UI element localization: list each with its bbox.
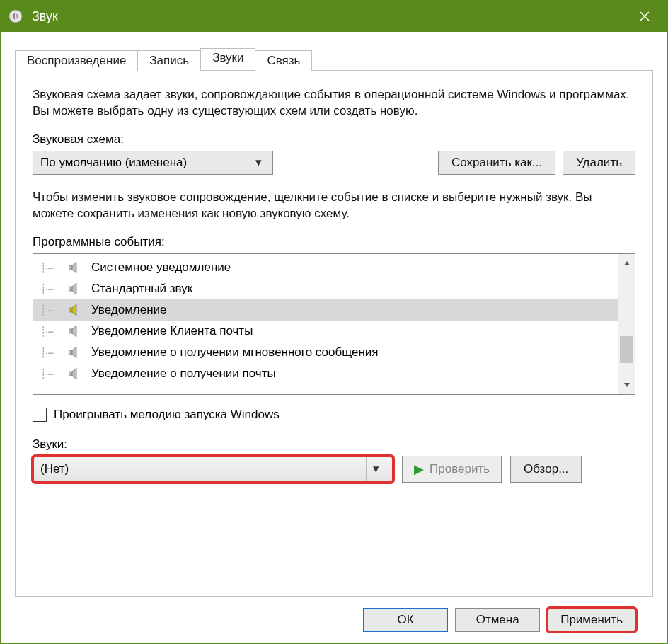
tree-branch-icon: ┊···· <box>40 304 67 316</box>
dialog-footer: ОК Отмена Применить <box>15 597 653 643</box>
scroll-thumb[interactable] <box>620 336 633 363</box>
tree-branch-icon: ┊···· <box>40 262 67 273</box>
dialog-body: Воспроизведение Запись Звуки Связь Звуко… <box>1 32 667 643</box>
chevron-down-icon: ▾ <box>251 155 265 170</box>
scheme-label: Звуковая схема: <box>33 132 635 146</box>
tab-recording[interactable]: Запись <box>137 50 201 71</box>
event-label: Уведомление о получении почты <box>91 367 276 381</box>
tree-branch-icon: ┊···· <box>40 347 67 358</box>
tab-sounds[interactable]: Звуки <box>200 48 255 70</box>
sound-icon <box>6 7 25 25</box>
event-label: Уведомление <box>91 303 167 317</box>
scheme-dropdown[interactable]: По умолчанию (изменена) ▾ <box>33 151 273 175</box>
play-startup-checkbox[interactable] <box>33 408 47 422</box>
play-icon: ▶ <box>414 461 424 477</box>
scroll-down-button[interactable] <box>618 376 635 394</box>
sound-dialog: Звук Воспроизведение Запись Звуки Связь … <box>0 0 668 644</box>
tree-branch-icon: ┊···· <box>40 283 67 294</box>
browse-button[interactable]: Обзор... <box>510 456 582 483</box>
delete-button[interactable]: Удалить <box>563 151 635 175</box>
events-description: Чтобы изменить звуковое сопровождение, щ… <box>33 189 635 222</box>
event-label: Уведомление о получении мгновенного сооб… <box>91 345 379 360</box>
cancel-button[interactable]: Отмена <box>455 608 540 632</box>
svg-rect-5 <box>69 350 72 355</box>
sounds-label: Звуки: <box>33 437 635 452</box>
save-as-button[interactable]: Сохранить как... <box>438 151 555 175</box>
tab-strip: Воспроизведение Запись Звуки Связь <box>15 46 653 70</box>
speaker-icon <box>67 324 84 338</box>
svg-rect-2 <box>69 287 72 291</box>
scroll-track[interactable] <box>618 272 635 376</box>
tree-branch-icon: ┊···· <box>40 326 67 337</box>
event-label: Уведомление Клиента почты <box>91 324 253 338</box>
titlebar: Звук <box>1 1 667 32</box>
test-button[interactable]: ▶ Проверить <box>402 456 502 483</box>
close-button[interactable] <box>625 1 664 32</box>
svg-rect-1 <box>69 265 72 270</box>
scheme-dropdown-value: По умолчанию (изменена) <box>40 156 251 170</box>
speaker-icon <box>67 282 84 296</box>
tab-communications[interactable]: Связь <box>255 50 312 71</box>
svg-rect-3 <box>69 308 72 312</box>
window-title: Звук <box>32 9 625 24</box>
speaker-icon <box>67 260 84 275</box>
speaker-icon <box>67 303 84 317</box>
svg-point-0 <box>9 10 22 23</box>
event-list-item[interactable]: ┊····Уведомление <box>33 299 618 321</box>
events-label: Программные события: <box>33 235 635 249</box>
scroll-up-button[interactable] <box>618 254 635 272</box>
tree-branch-icon: ┊···· <box>40 368 67 379</box>
events-scrollbar[interactable] <box>618 254 635 394</box>
speaker-icon <box>67 367 84 381</box>
svg-rect-6 <box>69 372 72 376</box>
ok-button[interactable]: ОК <box>363 608 448 632</box>
apply-button[interactable]: Применить <box>547 608 636 632</box>
tab-playback[interactable]: Воспроизведение <box>15 50 138 71</box>
sounds-dropdown[interactable]: (Нет) ▾ <box>33 456 393 483</box>
sounds-dropdown-value: (Нет) <box>40 462 366 476</box>
event-label: Стандартный звук <box>91 282 192 296</box>
play-startup-label: Проигрывать мелодию запуска Windows <box>54 408 280 422</box>
event-list-item[interactable]: ┊····Системное уведомление <box>33 257 618 278</box>
event-list-item[interactable]: ┊····Уведомление о получении почты <box>33 363 618 384</box>
event-list-item[interactable]: ┊····Уведомление Клиента почты <box>33 321 618 342</box>
event-list-item[interactable]: ┊····Уведомление о получении мгновенного… <box>33 342 618 363</box>
test-button-label: Проверить <box>430 462 490 476</box>
scheme-description: Звуковая схема задает звуки, сопровождаю… <box>33 86 635 120</box>
event-list-item[interactable]: ┊····Стандартный звук <box>33 278 618 299</box>
svg-rect-4 <box>69 329 72 333</box>
event-label: Системное уведомление <box>91 260 231 275</box>
program-events-listbox[interactable]: ┊····Системное уведомление┊····Стандартн… <box>33 253 635 395</box>
tab-panel-sounds: Звуковая схема задает звуки, сопровождаю… <box>15 70 653 597</box>
chevron-down-icon: ▾ <box>366 456 386 482</box>
speaker-icon <box>67 345 84 360</box>
